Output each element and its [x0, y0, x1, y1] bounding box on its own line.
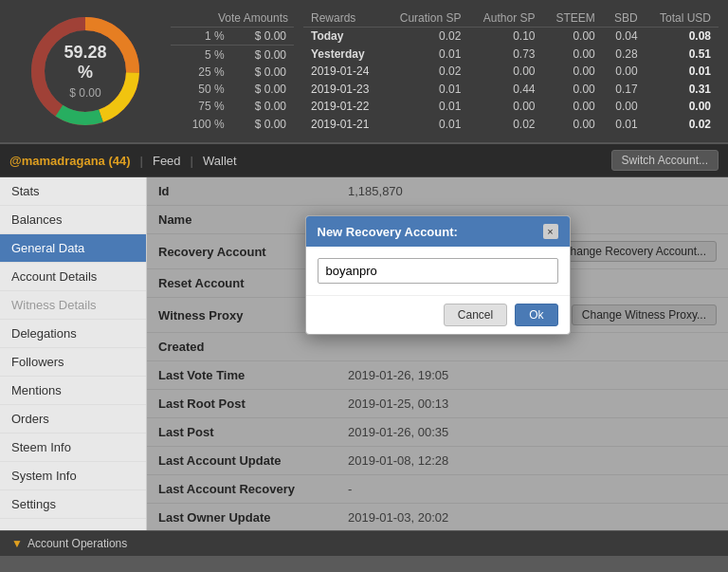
reward-sbd: 0.28 [603, 46, 646, 63]
sidebar: StatsBalancesGeneral DataAccount Details… [0, 177, 147, 530]
vote-row: 50 %$ 0.00 [171, 81, 294, 98]
rewards-row: 2019-01-22 0.01 0.00 0.00 0.00 0.00 [303, 98, 719, 115]
reward-total: 0.31 [646, 80, 719, 97]
vote-amounts-table: Vote Amounts 1 %$ 0.005 %$ 0.0025 %$ 0.0… [171, 9, 294, 133]
reward-date: 2019-01-24 [303, 63, 384, 80]
vote-val: $ 0.00 [230, 81, 294, 98]
bottom-bar: ▼ Account Operations [0, 530, 728, 556]
rewards-header: SBD [603, 9, 646, 28]
reward-author: 0.10 [468, 28, 542, 46]
reward-curation: 0.01 [384, 80, 468, 97]
reward-date: Today [303, 28, 384, 46]
sidebar-item-delegations[interactable]: Delegations [0, 320, 146, 348]
bottom-bar-label: Account Operations [27, 537, 127, 550]
reward-date: 2019-01-22 [303, 98, 384, 115]
rewards-header: Author SP [468, 9, 542, 28]
donut-percent: 59.28 % [55, 43, 117, 83]
vote-val: $ 0.00 [230, 46, 294, 64]
donut-value: $ 0.00 [55, 86, 117, 100]
rewards-header: Curation SP [384, 9, 468, 28]
vote-pct: 1 % [171, 28, 230, 46]
separator-1: | [140, 154, 143, 168]
sidebar-item-settings[interactable]: Settings [0, 490, 146, 519]
reward-curation: 0.02 [384, 63, 468, 80]
sidebar-item-stats[interactable]: Stats [0, 177, 146, 206]
vote-val: $ 0.00 [230, 28, 294, 46]
rewards-header: STEEM [543, 9, 603, 28]
account-bar: @mamadragana (44) | Feed | Wallet Switch… [0, 144, 728, 177]
vote-val: $ 0.00 [230, 64, 294, 81]
sidebar-item-system-info[interactable]: System Info [0, 462, 146, 490]
sidebar-item-witness-details: Witness Details [0, 291, 146, 320]
reward-steem: 0.00 [543, 63, 603, 80]
recovery-account-input[interactable] [318, 258, 558, 284]
reward-date: 2019-01-23 [303, 80, 384, 97]
reward-author: 0.02 [468, 115, 542, 133]
modal-footer: Cancel Ok [306, 295, 570, 334]
modal-body [306, 247, 570, 295]
modal-cancel-button[interactable]: Cancel [444, 304, 507, 326]
sidebar-item-general-data[interactable]: General Data [0, 234, 146, 263]
vote-pct: 25 % [171, 64, 230, 81]
reward-author: 0.44 [468, 80, 542, 97]
rewards-row: Today 0.02 0.10 0.00 0.04 0.08 [303, 28, 719, 46]
donut-wrapper: 59.28 % $ 0.00 [24, 9, 147, 133]
vote-amounts-header: Vote Amounts [171, 9, 294, 28]
modal-header: New Recovery Account: × [306, 216, 570, 247]
reward-curation: 0.01 [384, 115, 468, 133]
reward-total: 0.02 [646, 115, 719, 133]
modal-title: New Recovery Account: [318, 225, 458, 239]
recovery-account-modal: New Recovery Account: × Cancel Ok [305, 215, 571, 335]
reward-date: 2019-01-21 [303, 115, 384, 133]
reward-author: 0.73 [468, 46, 542, 63]
rewards-table: RewardsCuration SPAuthor SPSTEEMSBDTotal… [303, 9, 719, 133]
separator-2: | [191, 154, 193, 168]
vote-row: 1 %$ 0.00 [171, 28, 294, 46]
reward-steem: 0.00 [543, 46, 603, 63]
vote-val: $ 0.00 [230, 98, 294, 115]
vote-pct: 75 % [171, 98, 230, 115]
vote-pct: 5 % [171, 46, 230, 64]
rewards-header: Total USD [646, 9, 719, 28]
vote-row: 100 %$ 0.00 [171, 116, 294, 133]
vote-pct: 100 % [171, 116, 230, 133]
sidebar-item-balances[interactable]: Balances [0, 206, 146, 234]
reward-total: 0.51 [646, 46, 719, 63]
reward-sbd: 0.00 [603, 63, 646, 80]
reward-date: Yesterday [303, 46, 384, 63]
sidebar-item-mentions[interactable]: Mentions [0, 377, 146, 405]
reward-author: 0.00 [468, 63, 542, 80]
switch-account-button[interactable]: Switch Account... [611, 150, 719, 171]
sidebar-item-followers[interactable]: Followers [0, 348, 146, 377]
top-panel: 59.28 % $ 0.00 Vote Amounts 1 %$ 0.005 %… [0, 0, 728, 144]
reward-curation: 0.02 [384, 28, 468, 46]
reward-curation: 0.01 [384, 98, 468, 115]
reward-total: 0.01 [646, 63, 719, 80]
vote-pct: 50 % [171, 81, 230, 98]
rewards-header: Rewards [303, 9, 384, 28]
main-content: StatsBalancesGeneral DataAccount Details… [0, 177, 728, 530]
reward-total: 0.08 [646, 28, 719, 46]
feed-link[interactable]: Feed [153, 154, 181, 168]
content-panel: Id1,185,870NamemamadraganaRecovery Accou… [147, 177, 728, 530]
modal-close-button[interactable]: × [543, 224, 558, 239]
vote-row: 25 %$ 0.00 [171, 64, 294, 81]
modal-ok-button[interactable]: Ok [515, 304, 557, 326]
bottom-bar-arrow: ▼ [11, 537, 23, 550]
wallet-link[interactable]: Wallet [203, 154, 237, 168]
reward-total: 0.00 [646, 98, 719, 115]
rewards-row: 2019-01-21 0.01 0.02 0.00 0.01 0.02 [303, 115, 719, 133]
donut-chart-container: 59.28 % $ 0.00 [9, 9, 161, 133]
reward-steem: 0.00 [543, 115, 603, 133]
reward-sbd: 0.17 [603, 80, 646, 97]
donut-center: 59.28 % $ 0.00 [55, 43, 117, 100]
vote-row: 75 %$ 0.00 [171, 98, 294, 115]
rewards-row: 2019-01-23 0.01 0.44 0.00 0.17 0.31 [303, 80, 719, 97]
reward-sbd: 0.01 [603, 115, 646, 133]
sidebar-item-account-details[interactable]: Account Details [0, 263, 146, 291]
sidebar-item-orders[interactable]: Orders [0, 405, 146, 434]
reward-steem: 0.00 [543, 28, 603, 46]
sidebar-item-steem-info[interactable]: Steem Info [0, 434, 146, 462]
reward-curation: 0.01 [384, 46, 468, 63]
modal-overlay: New Recovery Account: × Cancel Ok [147, 177, 728, 530]
